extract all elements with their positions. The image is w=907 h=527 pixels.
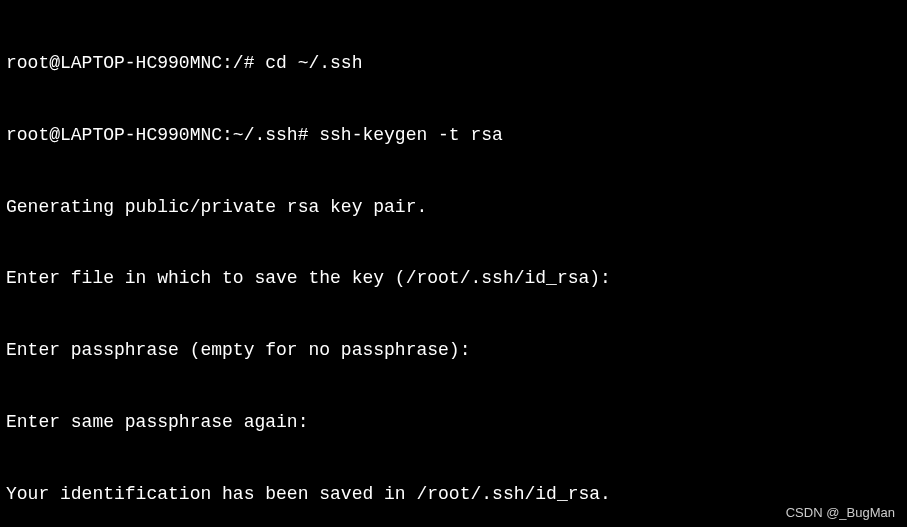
terminal-line: root@LAPTOP-HC990MNC:/# cd ~/.ssh [6,52,901,76]
terminal-line: root@LAPTOP-HC990MNC:~/.ssh# ssh-keygen … [6,124,901,148]
terminal-output[interactable]: root@LAPTOP-HC990MNC:/# cd ~/.ssh root@L… [6,4,901,527]
terminal-line: Enter passphrase (empty for no passphras… [6,339,901,363]
terminal-line: Generating public/private rsa key pair. [6,196,901,220]
watermark-text: CSDN @_BugMan [786,504,895,521]
terminal-line: Enter same passphrase again: [6,411,901,435]
terminal-line: Your identification has been saved in /r… [6,483,901,507]
terminal-line: Enter file in which to save the key (/ro… [6,267,901,291]
